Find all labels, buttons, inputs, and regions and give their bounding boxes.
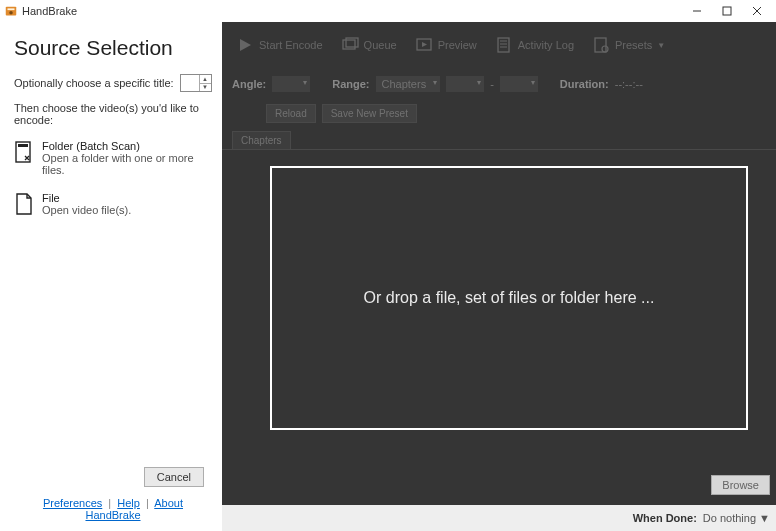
app-logo-icon <box>4 4 18 18</box>
source-folder-desc: Open a folder with one or more files. <box>42 152 212 176</box>
minimize-button[interactable] <box>682 1 712 21</box>
maximize-button[interactable] <box>712 1 742 21</box>
svg-point-2 <box>9 11 13 15</box>
status-bar: When Done: Do nothing ▼ <box>222 505 776 531</box>
source-selection-panel: Source Selection Optionally choose a spe… <box>0 22 222 531</box>
window-title: HandBrake <box>22 5 77 17</box>
source-file-option[interactable]: File Open video file(s). <box>14 192 212 216</box>
svg-rect-4 <box>723 7 731 15</box>
close-button[interactable] <box>742 1 772 21</box>
specific-title-spinner[interactable]: ▲▼ <box>180 74 212 92</box>
spinner-down[interactable]: ▼ <box>200 84 211 92</box>
browse-button[interactable]: Browse <box>711 475 770 495</box>
titlebar: HandBrake <box>0 0 776 22</box>
spinner-up[interactable]: ▲ <box>200 75 211 84</box>
main-area: Start Encode Queue Preview Activity Log … <box>222 22 776 531</box>
specific-title-label: Optionally choose a specific title: <box>14 77 174 89</box>
source-file-title: File <box>42 192 131 204</box>
cancel-button[interactable]: Cancel <box>144 467 204 487</box>
svg-rect-8 <box>18 144 28 147</box>
source-folder-option[interactable]: Folder (Batch Scan) Open a folder with o… <box>14 140 212 176</box>
help-link[interactable]: Help <box>117 497 140 509</box>
drop-zone[interactable]: Or drop a file, set of files or folder h… <box>270 166 748 430</box>
panel-heading: Source Selection <box>14 36 212 60</box>
file-icon <box>14 192 34 216</box>
source-file-desc: Open video file(s). <box>42 204 131 216</box>
source-folder-title: Folder (Batch Scan) <box>42 140 212 152</box>
when-done-label: When Done: <box>633 512 697 524</box>
when-done-select[interactable]: Do nothing ▼ <box>703 512 770 524</box>
preferences-link[interactable]: Preferences <box>43 497 102 509</box>
choose-video-label: Then choose the video(s) you'd like to e… <box>14 102 212 126</box>
drop-zone-message: Or drop a file, set of files or folder h… <box>364 289 655 307</box>
folder-icon <box>14 140 34 164</box>
footer-links: Preferences | Help | About HandBrake <box>14 497 212 525</box>
svg-rect-1 <box>8 8 15 10</box>
